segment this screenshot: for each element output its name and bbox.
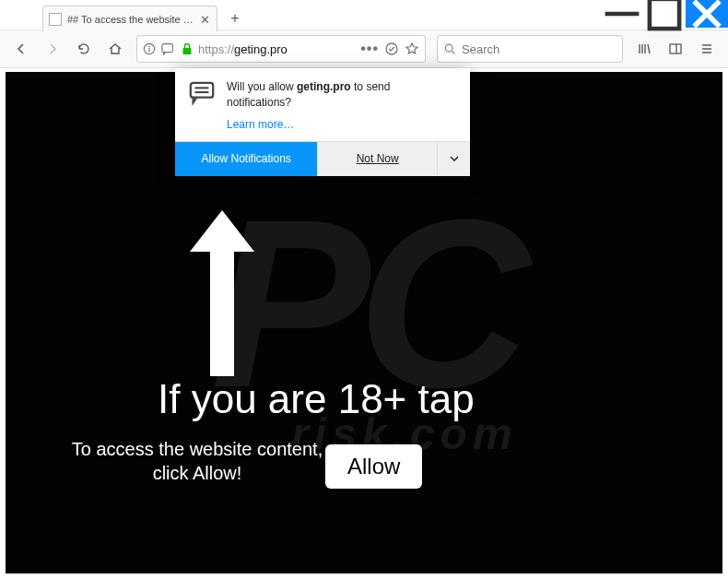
sidebar-icon[interactable] xyxy=(662,35,689,63)
url-bar[interactable]: https://geting.pro ••• xyxy=(136,35,426,63)
window-controls xyxy=(601,0,728,28)
reload-button[interactable] xyxy=(70,35,98,63)
tab-close-icon[interactable]: ✕ xyxy=(198,13,211,26)
not-now-button[interactable]: Not Now xyxy=(317,142,437,176)
learn-more-link[interactable]: Learn more… xyxy=(227,118,294,131)
svg-point-10 xyxy=(445,44,452,52)
window-titlebar: ## To access the website content, c ✕ + xyxy=(0,0,728,30)
url-text: https://geting.pro xyxy=(198,42,355,56)
library-icon[interactable] xyxy=(630,35,658,63)
svg-point-9 xyxy=(386,43,397,54)
hamburger-menu-icon[interactable] xyxy=(693,35,721,63)
plus-icon: + xyxy=(230,10,239,27)
reader-heart-icon[interactable] xyxy=(384,41,399,56)
search-icon xyxy=(443,42,456,55)
svg-rect-1 xyxy=(650,0,679,29)
lock-icon xyxy=(182,42,193,55)
notification-popup: Will you allow geting.pro to send notifi… xyxy=(175,68,470,176)
search-input[interactable] xyxy=(462,42,616,56)
dropdown-chevron-icon[interactable] xyxy=(437,142,470,176)
page-headline: If you are 18+ tap xyxy=(158,376,475,422)
notification-message: Will you allow geting.pro to send notifi… xyxy=(227,79,457,111)
info-icon[interactable] xyxy=(143,42,156,55)
window-close-button[interactable] xyxy=(686,0,728,28)
allow-button[interactable]: Allow xyxy=(325,444,422,489)
browser-tab[interactable]: ## To access the website content, c ✕ xyxy=(42,6,217,31)
speech-bubble-icon xyxy=(188,79,216,132)
svg-rect-7 xyxy=(162,44,173,53)
tab-title: ## To access the website content, c xyxy=(67,14,198,25)
minimize-button[interactable] xyxy=(601,0,643,28)
more-icon[interactable]: ••• xyxy=(360,41,379,57)
permission-icon[interactable] xyxy=(161,42,176,55)
page-subline: To access the website content, click All… xyxy=(59,437,335,485)
allow-notifications-button[interactable]: Allow Notifications xyxy=(175,142,317,176)
home-button[interactable] xyxy=(101,35,129,63)
search-bar[interactable] xyxy=(437,35,623,63)
svg-rect-6 xyxy=(148,48,149,52)
svg-rect-17 xyxy=(191,83,213,98)
maximize-button[interactable] xyxy=(643,0,686,28)
bookmark-star-icon[interactable] xyxy=(405,41,419,56)
svg-point-5 xyxy=(148,46,150,48)
svg-line-11 xyxy=(452,52,455,54)
up-arrow-icon xyxy=(181,201,264,385)
browser-toolbar: https://geting.pro ••• xyxy=(0,30,728,68)
tab-favicon xyxy=(49,13,62,26)
forward-button[interactable] xyxy=(39,35,66,63)
back-button[interactable] xyxy=(7,35,35,63)
notification-actions: Allow Notifications Not Now xyxy=(175,141,470,176)
svg-rect-12 xyxy=(670,44,681,53)
new-tab-button[interactable]: + xyxy=(225,8,245,29)
svg-rect-8 xyxy=(183,48,192,54)
